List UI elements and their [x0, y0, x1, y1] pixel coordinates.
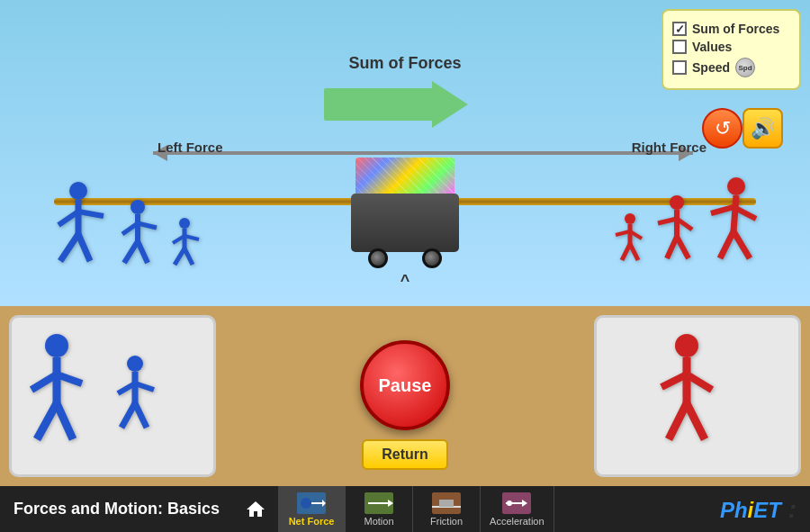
home-button[interactable]: [238, 491, 274, 527]
values-option[interactable]: Values: [672, 40, 790, 54]
tab-motion-label: Motion: [364, 516, 394, 527]
svg-line-46: [122, 403, 135, 428]
pause-label: Pause: [379, 375, 432, 396]
right-force-label: Right Force: [632, 140, 706, 155]
svg-point-36: [45, 334, 68, 357]
svg-line-26: [658, 219, 677, 223]
tab-net-force-label: Net Force: [289, 516, 335, 527]
phet-logo: PhiET :: [720, 495, 810, 524]
svg-line-9: [138, 223, 157, 228]
left-panel-figure-1: [21, 331, 93, 457]
svg-point-30: [727, 177, 745, 195]
wheel-left: [368, 248, 388, 268]
sum-of-forces-arrow: [324, 81, 468, 128]
left-panel: [9, 315, 216, 477]
reset-icon: ↺: [715, 117, 731, 140]
svg-line-17: [184, 248, 193, 265]
tab-acceleration-icon: [502, 492, 531, 514]
tab-motion[interactable]: Motion: [346, 486, 413, 532]
red-figure-1: [613, 212, 647, 266]
app-title: Forces and Motion: Basics: [0, 500, 233, 518]
svg-line-4: [60, 234, 78, 261]
speed-checkbox[interactable]: [672, 60, 687, 75]
left-panel-figure-2: [111, 354, 160, 444]
svg-line-47: [135, 403, 147, 428]
cart-contents: [356, 158, 454, 194]
svg-line-52: [669, 403, 687, 439]
cart-up-arrow: ^: [351, 272, 459, 291]
tab-acceleration[interactable]: Acceleration: [481, 486, 554, 532]
tab-friction-label: Friction: [430, 516, 463, 527]
center-controls: Pause Return: [225, 306, 585, 486]
right-panel-figure-1: [651, 331, 723, 457]
svg-line-16: [175, 248, 184, 265]
cart: ^: [351, 158, 459, 291]
home-icon: [245, 499, 266, 520]
tab-friction-icon: [432, 492, 461, 514]
force-arrow-line: [153, 151, 693, 155]
svg-point-6: [130, 200, 145, 214]
tab-net-force[interactable]: Net Force: [278, 486, 346, 532]
svg-line-41: [57, 403, 73, 439]
svg-line-31: [734, 195, 736, 231]
values-checkbox[interactable]: [672, 40, 687, 54]
left-force-label: Left Force: [158, 140, 223, 155]
svg-line-40: [37, 403, 57, 439]
scene: Sum of Forces Values Speed Spd 🔊 ↺ Sum o…: [0, 0, 810, 306]
red-figure-2: [654, 194, 699, 266]
tab-net-force-icon: [297, 492, 326, 514]
blue-figure-2: [115, 198, 160, 270]
tab-friction[interactable]: Friction: [413, 486, 481, 532]
svg-line-23: [630, 244, 638, 260]
svg-point-67: [507, 500, 512, 506]
right-panel: [594, 315, 801, 477]
svg-rect-63: [439, 500, 454, 507]
sound-icon: 🔊: [751, 117, 775, 140]
options-panel: Sum of Forces Values Speed Spd: [662, 9, 801, 90]
svg-line-5: [78, 234, 90, 261]
svg-line-34: [720, 231, 734, 258]
svg-line-10: [124, 241, 138, 263]
svg-point-42: [127, 356, 143, 372]
speed-badge: Spd: [735, 58, 755, 77]
svg-line-28: [667, 237, 677, 258]
speed-option-label: Speed: [692, 60, 730, 75]
blue-figure-1: [50, 180, 108, 270]
cart-body: [351, 194, 459, 252]
svg-line-3: [78, 212, 104, 216]
sum-of-forces-option-label: Sum of Forces: [692, 22, 779, 36]
blue-figure-3: [167, 216, 202, 270]
blue-figures: [50, 180, 202, 270]
tab-motion-icon: [364, 492, 393, 514]
pause-button[interactable]: Pause: [360, 340, 450, 430]
sum-of-forces-text: Sum of Forces: [348, 54, 461, 72]
reset-button[interactable]: ↺: [702, 108, 742, 149]
return-button[interactable]: Return: [362, 439, 448, 470]
sum-of-forces-option[interactable]: Sum of Forces: [672, 22, 790, 36]
wheel-right: [422, 248, 442, 268]
controls-area: Pause Return: [0, 306, 810, 486]
svg-line-32: [711, 207, 734, 213]
svg-point-0: [69, 182, 87, 200]
cart-wheels: [351, 248, 459, 268]
svg-line-11: [138, 241, 148, 263]
svg-line-53: [687, 403, 705, 439]
values-option-label: Values: [692, 40, 732, 54]
svg-point-18: [625, 213, 635, 224]
svg-point-24: [670, 195, 684, 210]
red-figure-3: [706, 176, 765, 266]
svg-line-35: [734, 231, 750, 258]
sum-of-forces-checkbox[interactable]: [672, 22, 687, 36]
return-label: Return: [382, 446, 428, 462]
red-figures: [613, 176, 765, 266]
speed-option[interactable]: Speed Spd: [672, 58, 790, 77]
nav-tabs: Net Force Motion: [278, 486, 720, 532]
sound-button[interactable]: 🔊: [742, 108, 783, 149]
svg-point-55: [301, 498, 311, 509]
svg-point-12: [179, 218, 190, 229]
bottom-bar: Forces and Motion: Basics Net Force: [0, 486, 810, 532]
tab-acceleration-label: Acceleration: [490, 516, 544, 527]
svg-line-29: [677, 237, 688, 258]
svg-point-48: [675, 334, 698, 357]
